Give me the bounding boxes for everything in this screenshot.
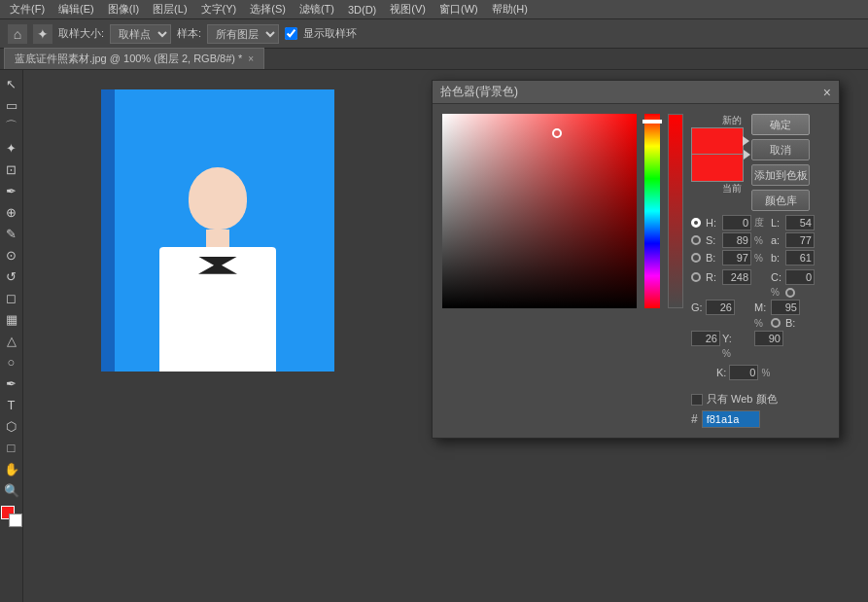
m-label: M: xyxy=(754,301,768,313)
new-label: 新的 xyxy=(691,114,744,127)
menu-filter[interactable]: 滤镜(T) xyxy=(294,0,340,18)
a-input[interactable] xyxy=(785,232,815,248)
home-icon[interactable]: ⌂ xyxy=(8,24,27,44)
dialog-title-text: 拾色器(背景色) xyxy=(440,84,518,100)
h-radio[interactable] xyxy=(691,218,701,228)
color-values-rgb: R: C: % G: M: xyxy=(691,269,829,359)
c-input[interactable] xyxy=(785,269,815,285)
color-library-button[interactable]: 颜色库 xyxy=(751,190,810,211)
m-unit: % xyxy=(754,318,768,329)
menu-file[interactable]: 文件(F) xyxy=(4,0,51,18)
ok-button[interactable]: 确定 xyxy=(751,114,810,135)
blue-label: B: xyxy=(785,317,813,329)
alpha-slider[interactable] xyxy=(668,114,683,308)
blur-tool[interactable]: △ xyxy=(2,331,21,350)
history-tool[interactable]: ↺ xyxy=(2,266,21,286)
b-radio[interactable] xyxy=(691,253,701,263)
background-color[interactable] xyxy=(9,513,22,527)
size-select[interactable]: 取样点 xyxy=(110,24,171,44)
r-label: R: xyxy=(706,271,719,283)
hex-input-row: # xyxy=(691,410,829,428)
color-picker-dialog: 拾色器(背景色) × xyxy=(432,80,840,439)
tab-bar: 蓝底证件照素材.jpg @ 100% (图层 2, RGB/8#) * × xyxy=(0,49,868,70)
gradient-tool[interactable]: ▦ xyxy=(2,309,21,329)
menu-3d[interactable]: 3D(D) xyxy=(342,2,382,18)
y-input[interactable] xyxy=(754,331,783,346)
menu-help[interactable]: 帮助(H) xyxy=(486,0,534,18)
cancel-button[interactable]: 取消 xyxy=(751,139,810,160)
brush-tool[interactable]: ✎ xyxy=(2,224,21,243)
dialog-titlebar: 拾色器(背景色) × xyxy=(433,81,839,104)
menu-view[interactable]: 视图(V) xyxy=(384,0,432,18)
eraser-tool[interactable]: ◻ xyxy=(2,288,21,307)
tab-close-button[interactable]: × xyxy=(248,53,254,64)
menu-layer[interactable]: 图层(L) xyxy=(147,0,192,18)
g-input[interactable] xyxy=(706,300,735,315)
text-tool[interactable]: T xyxy=(2,395,21,414)
heal-tool[interactable]: ⊕ xyxy=(2,202,21,222)
menu-window[interactable]: 窗口(W) xyxy=(434,0,484,18)
eyedropper-tool[interactable]: ✒ xyxy=(2,181,21,200)
k-input[interactable] xyxy=(729,365,758,380)
preview-boxes: 新的 当前 xyxy=(691,114,744,195)
s-radio[interactable] xyxy=(691,235,701,245)
c-unit: % xyxy=(771,287,782,298)
dialog-body: 新的 当前 确定 xyxy=(433,104,839,438)
eyedropper-icon[interactable]: ✦ xyxy=(33,24,52,44)
preview-new xyxy=(691,127,744,155)
crop-tool[interactable]: ⊡ xyxy=(2,159,21,179)
dodge-tool[interactable]: ○ xyxy=(2,352,21,372)
k-label: K: xyxy=(716,367,726,378)
canvas-area: 拾色器(背景色) × xyxy=(23,70,868,602)
dialog-close-button[interactable]: × xyxy=(823,86,831,99)
wand-tool[interactable]: ✦ xyxy=(2,138,21,158)
shape-tool[interactable]: □ xyxy=(2,438,21,457)
path-tool[interactable]: ⬡ xyxy=(2,416,21,436)
left-toolbar: ↖ ▭ ⌒ ✦ ⊡ ✒ ⊕ ✎ ⊙ ↺ ◻ ▦ △ ○ ✒ T ⬡ □ ✋ 🔍 xyxy=(0,70,23,602)
hex-input[interactable] xyxy=(702,410,760,428)
g-radio[interactable] xyxy=(785,288,795,298)
select-tool[interactable]: ▭ xyxy=(2,95,21,115)
h-input[interactable] xyxy=(722,215,751,230)
m-input[interactable] xyxy=(771,300,800,315)
sample-select[interactable]: 所有图层 xyxy=(207,24,279,44)
zoom-tool[interactable]: 🔍 xyxy=(2,480,21,500)
clone-tool[interactable]: ⊙ xyxy=(2,245,21,265)
blue-radio[interactable] xyxy=(771,318,781,328)
b2-input[interactable] xyxy=(785,250,815,266)
b-input[interactable] xyxy=(722,250,751,266)
show-sample-label: 显示取样环 xyxy=(303,26,357,41)
new-marker xyxy=(743,136,749,146)
blue-input[interactable] xyxy=(691,331,720,346)
web-checkbox[interactable] xyxy=(691,394,703,406)
hue-slider[interactable] xyxy=(644,114,660,308)
r-input[interactable] xyxy=(722,269,751,285)
menu-select[interactable]: 选择(S) xyxy=(244,0,292,18)
color-swatches[interactable] xyxy=(1,506,22,527)
gradient-base[interactable] xyxy=(442,114,637,308)
s-label: S: xyxy=(706,234,719,246)
s-input[interactable] xyxy=(722,232,751,248)
hand-tool[interactable]: ✋ xyxy=(2,459,21,478)
sample-label: 样本: xyxy=(177,26,201,41)
y-unit: % xyxy=(722,348,751,359)
l-input[interactable] xyxy=(785,215,815,230)
preview-current xyxy=(691,155,744,182)
dialog-buttons: 确定 取消 添加到色板 颜色库 xyxy=(751,114,810,211)
hex-area: 只有 Web 颜色 xyxy=(691,388,829,407)
show-sample-checkbox[interactable] xyxy=(285,27,297,40)
r-radio[interactable] xyxy=(691,272,701,282)
photo-canvas xyxy=(101,89,334,372)
color-gradient-picker[interactable] xyxy=(442,114,637,308)
menu-text[interactable]: 文字(Y) xyxy=(195,0,243,18)
pen-tool[interactable]: ✒ xyxy=(2,373,21,393)
add-to-swatches-button[interactable]: 添加到色板 xyxy=(751,164,810,186)
move-tool[interactable]: ↖ xyxy=(2,74,21,93)
k-unit: % xyxy=(761,368,770,378)
preview-area: 新的 当前 确定 xyxy=(691,114,829,211)
menu-image[interactable]: 图像(I) xyxy=(102,0,145,18)
lasso-tool[interactable]: ⌒ xyxy=(2,117,21,136)
document-tab[interactable]: 蓝底证件照素材.jpg @ 100% (图层 2, RGB/8#) * × xyxy=(4,48,264,69)
main-area: ↖ ▭ ⌒ ✦ ⊡ ✒ ⊕ ✎ ⊙ ↺ ◻ ▦ △ ○ ✒ T ⬡ □ ✋ 🔍 xyxy=(0,70,868,602)
menu-edit[interactable]: 编辑(E) xyxy=(52,0,100,18)
